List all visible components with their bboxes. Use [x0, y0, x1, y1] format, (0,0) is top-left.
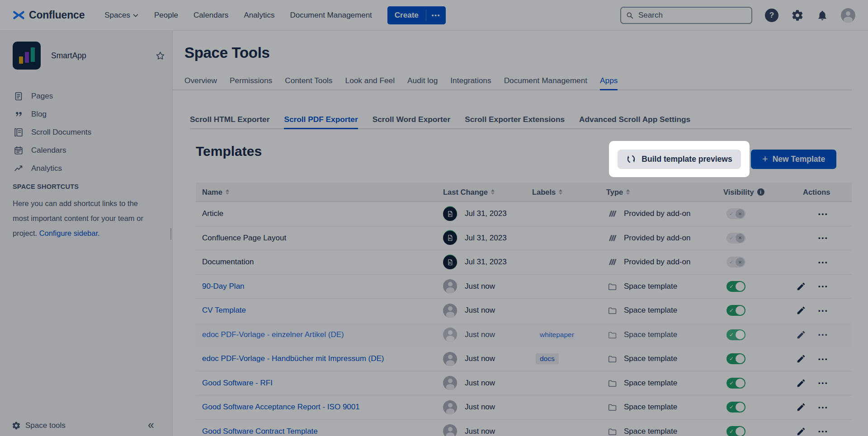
- build-template-previews-button[interactable]: Build template previews: [618, 150, 741, 169]
- sync-arrows-icon: [626, 154, 636, 164]
- tutorial-spotlight: Build template previews: [609, 141, 750, 177]
- tutorial-dim-overlay: [0, 0, 868, 436]
